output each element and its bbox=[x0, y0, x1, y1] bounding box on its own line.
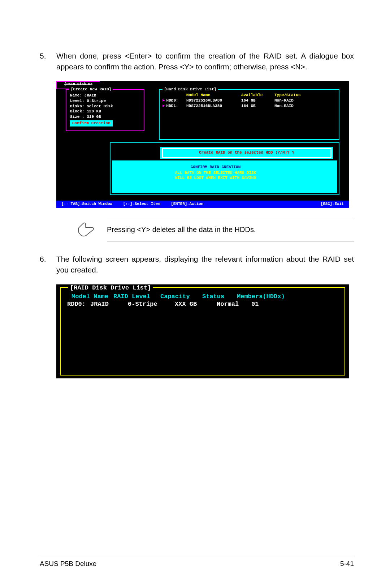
panel-content: Name: JRAID Level: 0-Stripe Disks: Selec… bbox=[66, 90, 144, 128]
field-block: Block: 128 KB bbox=[70, 109, 140, 114]
bios-screenshot-2: [RAID Disk Drive List] Model Name RAID L… bbox=[56, 284, 349, 378]
pointer-icon: ► bbox=[162, 104, 165, 108]
raid-row-0[interactable]: RDD0: JRAID 0-Stripe XXX GB Normal 01 bbox=[61, 301, 344, 308]
hdd-id: HDD0: bbox=[166, 98, 178, 103]
raid-list-panel: [RAID Disk Drive List] Model Name RAID L… bbox=[60, 287, 345, 375]
step-5: 5. When done, press <Enter> to confirm t… bbox=[40, 51, 354, 73]
col-capacity: Capacity bbox=[160, 293, 202, 300]
note-text: Pressing <Y> deletes all the data in the… bbox=[107, 218, 354, 241]
hdd-row-1[interactable]: ►HDD1: HDS722516DLA380 164 GB Non-RAID bbox=[160, 103, 339, 109]
page-footer: ASUS P5B Deluxe 5-41 bbox=[40, 556, 354, 568]
field-name: Name: JRAID bbox=[70, 93, 140, 98]
col-model: Model Name bbox=[72, 293, 113, 300]
raid-level: 0-Stripe bbox=[128, 301, 175, 308]
footer-page: 5-41 bbox=[340, 560, 354, 568]
dialog-warn-line2: WILL BE LOST WHEN EXIT WITH SAVING bbox=[112, 176, 319, 181]
step-number: 6. bbox=[40, 254, 56, 276]
panel-title: [RAID Disk Drive List] bbox=[68, 284, 153, 291]
col-level: RAID Level bbox=[113, 293, 160, 300]
raid-members: 01 bbox=[251, 301, 302, 308]
raid-id: RDD0: bbox=[67, 301, 90, 308]
panel-title: [Create New RAID] bbox=[69, 87, 113, 91]
hdd-model: HDS722516DLA380 bbox=[186, 103, 241, 109]
field-size: Size : 319 GB bbox=[70, 114, 140, 120]
step-text: The following screen appears, displaying… bbox=[56, 254, 354, 276]
note-row: Pressing <Y> deletes all the data in the… bbox=[76, 218, 354, 241]
hdd-avail: 164 GB bbox=[241, 103, 274, 109]
field-disks: Disks: Select Disk bbox=[70, 104, 140, 109]
hdd-model: HDS722516VLSA80 bbox=[186, 98, 241, 103]
hint-arrows: [↑↓]-Select Item bbox=[123, 202, 160, 208]
step-text: When done, press <Enter> to confirm the … bbox=[56, 51, 354, 73]
col-status: Status bbox=[202, 293, 237, 300]
dialog-warn-line1: ALL DATA ON THE SELECTED HARD DISK bbox=[112, 171, 319, 176]
raid-cap: XXX GB bbox=[175, 301, 217, 308]
field-level: Level: 0-Stripe bbox=[70, 98, 140, 104]
col-members: Members(HDDx) bbox=[237, 293, 287, 300]
raid-model: JRAID bbox=[90, 301, 128, 308]
note-hand-icon bbox=[76, 218, 97, 241]
hint-esc: [ESC]-Exit bbox=[321, 202, 344, 208]
step-6: 6. The following screen appears, display… bbox=[40, 254, 354, 276]
dialog-prompt[interactable]: Create RAID on the selected HDD (Y/N)? Y bbox=[162, 148, 332, 158]
hint-tab: [←→ TAB]-Switch Window bbox=[61, 202, 112, 208]
hdd-type: Non-RAID bbox=[274, 98, 314, 103]
dialog-title: CONFIRM RAID CREATION bbox=[112, 165, 319, 169]
hdd-row-0[interactable]: ►HDD0: HDS722516VLSA80 164 GB Non-RAID bbox=[160, 98, 339, 103]
pointer-icon: ► bbox=[162, 98, 165, 103]
key-hint-bar: [←→ TAB]-Switch Window [↑↓]-Select Item … bbox=[56, 201, 349, 208]
dialog-warning-box: CONFIRM RAID CREATION ALL DATA ON THE SE… bbox=[112, 160, 337, 193]
hdd-id: HDD1: bbox=[166, 104, 178, 108]
dialog-prompt-box: Create RAID on the selected HDD (Y/N)? Y bbox=[160, 147, 333, 159]
col-type: Type/Status bbox=[274, 93, 314, 97]
confirm-creation-button[interactable]: Confirm Creation bbox=[70, 120, 113, 126]
hdd-list-panel: [Hard Disk Drive List] Model Name Availa… bbox=[159, 89, 339, 140]
confirm-dialog: Create RAID on the selected HDD (Y/N)? Y… bbox=[110, 142, 339, 195]
col-model: Model Name bbox=[186, 93, 241, 97]
create-new-raid-panel: [Create New RAID] Name: JRAID Level: 0-S… bbox=[66, 89, 144, 131]
hint-enter: [ENTER]-Action bbox=[171, 202, 203, 208]
step-number: 5. bbox=[40, 51, 56, 73]
hdd-avail: 164 GB bbox=[241, 98, 274, 103]
hdd-type: Non-RAID bbox=[274, 103, 314, 109]
bios-screenshot-1: [Create New RAID] Name: JRAID Level: 0-S… bbox=[56, 81, 349, 208]
col-available: Available bbox=[241, 93, 274, 97]
footer-product: ASUS P5B Deluxe bbox=[40, 560, 96, 568]
panel-title: [Hard Disk Drive List] bbox=[162, 87, 218, 91]
raid-status: Normal bbox=[217, 301, 251, 308]
